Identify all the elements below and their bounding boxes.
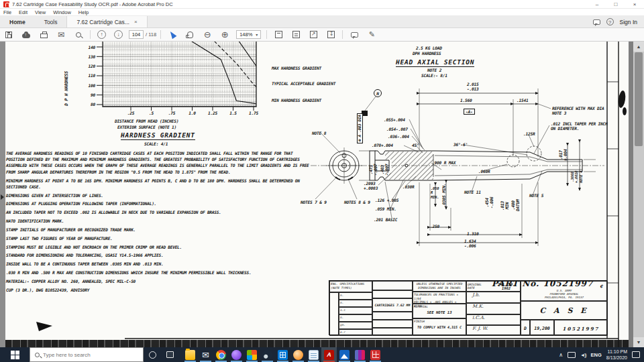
note-line: NATO IDENTIFICATION MARK. xyxy=(6,218,309,224)
scroll-up-arrow[interactable]: ▲ xyxy=(633,42,644,52)
chart-x-tick: .75 xyxy=(164,111,180,115)
action-center-icon[interactable] xyxy=(632,351,640,358)
signature: J.h. xyxy=(466,292,521,303)
language-indicator[interactable]: ENG xyxy=(591,352,602,358)
winrar-icon-glyph xyxy=(355,350,365,360)
network-display-icon[interactable] xyxy=(568,352,576,358)
tab-document[interactable]: 7.62 Cartridge Cas... × xyxy=(66,16,147,27)
feedback-bubble-icon[interactable] xyxy=(593,19,600,25)
note-line: MATERIAL:- COPP​ER ALLOY NO. 260, ANNEAL… xyxy=(6,278,309,284)
file-explorer-icon[interactable] xyxy=(182,347,198,362)
purple-app-icon[interactable] xyxy=(229,347,244,362)
clock[interactable]: 11:10 PM 8/13/2020 xyxy=(606,349,627,361)
dim-label: 36°-6' xyxy=(453,142,468,147)
tab-close-icon[interactable]: × xyxy=(134,19,138,25)
orange-globe-app-icon[interactable] xyxy=(290,347,306,362)
scroll-down-arrow[interactable]: ▼ xyxy=(633,337,644,347)
chart-series-min-hardness-gradient xyxy=(239,42,272,82)
scroll-mode-icon[interactable] xyxy=(274,30,283,40)
comment-tool-icon[interactable] xyxy=(350,30,359,40)
search-icon[interactable] xyxy=(74,30,83,40)
cent-mark: ¢ xyxy=(600,283,603,289)
fill-sign-pencil-icon[interactable]: ✎ xyxy=(367,30,376,40)
dim-label: .403-.007 xyxy=(380,164,390,176)
dwg-no-cell: 10521997 xyxy=(554,320,608,336)
dim-label: .400DATUM xyxy=(511,199,521,211)
menu-view[interactable]: View xyxy=(35,9,46,15)
upload-cloud-icon[interactable] xyxy=(21,30,31,40)
fullscreen-icon[interactable] xyxy=(309,30,318,40)
cortana-icon[interactable] xyxy=(149,351,156,359)
menu-file[interactable]: File xyxy=(3,9,11,15)
tab-home[interactable]: Home xyxy=(0,16,35,27)
dim-label: MIN HARDNESS GRADIENT xyxy=(272,98,321,103)
volume-icon[interactable]: ◄)) xyxy=(580,353,586,357)
chrome-icon-glyph xyxy=(216,350,226,360)
scan-artifact-band xyxy=(5,340,629,347)
taskbar-search[interactable] xyxy=(30,347,144,362)
acrobat-icon[interactable]: A xyxy=(321,347,337,362)
scrollbar-thumb[interactable] xyxy=(635,52,643,146)
dim-label: SCALE:- 8/1 xyxy=(421,73,447,78)
menu-edit[interactable]: Edit xyxy=(19,9,28,15)
toolbar: ✉ ↑ ↓ / 118 ⊖ ⊕ 148% ▾ ✎ xyxy=(0,28,644,42)
mail-icon[interactable]: ✉ xyxy=(198,347,213,362)
ms-colors-app-icon[interactable] xyxy=(244,347,260,362)
calculator-icon[interactable] xyxy=(275,347,290,362)
chart-x-tick: 1.25 xyxy=(205,111,221,115)
part-number: PART No. 10521997 xyxy=(492,279,616,288)
photos-icon[interactable] xyxy=(337,347,352,362)
title-bar: 7.62 Cartridge Case Feasability Study OC… xyxy=(0,0,644,9)
menu-help[interactable]: Help xyxy=(78,9,89,15)
previous-page-button[interactable]: ↑ xyxy=(97,30,106,39)
chart-y-tick: 110 xyxy=(79,73,95,78)
read-mode-icon[interactable] xyxy=(326,30,335,40)
dim-label: .055+.004 xyxy=(384,117,405,122)
chrome-icon[interactable] xyxy=(213,347,229,362)
clock-time: 11:10 PM xyxy=(606,349,627,355)
note-line: DIMENSIONS GIVEN AT INTERSECTION OF LINE… xyxy=(6,192,309,198)
notepad-icon[interactable] xyxy=(306,347,321,362)
close-button[interactable]: × xyxy=(625,0,644,9)
sign-in-button[interactable]: Sign In xyxy=(620,19,637,25)
file-explorer-icon-glyph xyxy=(185,350,195,360)
steam-icon[interactable] xyxy=(260,347,275,362)
next-page-button[interactable]: ↓ xyxy=(114,30,123,39)
minimize-button[interactable]: – xyxy=(588,0,606,9)
task-view-icon[interactable] xyxy=(166,351,174,358)
zoom-level-select[interactable]: 148% ▾ xyxy=(236,30,261,39)
red-cube-app-icon-glyph xyxy=(370,350,380,360)
note-line: DIMENSIONS AT PLUGGING OPERATION FOLLOWI… xyxy=(6,200,309,206)
zoom-in-icon[interactable]: ⊕ xyxy=(220,30,229,40)
dim-label: -A- xyxy=(464,109,475,115)
chart-y-tick: 130 xyxy=(79,54,95,59)
hand-tool-icon[interactable] xyxy=(185,30,195,40)
menu-window[interactable]: Window xyxy=(53,9,71,15)
tab-tools[interactable]: Tools xyxy=(35,16,67,27)
zoom-out-icon[interactable]: ⊖ xyxy=(203,30,212,40)
help-icon[interactable]: ? xyxy=(606,18,614,25)
start-button[interactable] xyxy=(0,347,30,362)
dim-label: .050RMIN. xyxy=(431,186,439,199)
print-icon[interactable] xyxy=(39,30,48,40)
chart-x-tick: .5 xyxy=(144,111,160,115)
dim-label: .2093+.0003 xyxy=(364,181,378,191)
drawing-title-cell: C A S E xyxy=(521,301,608,320)
tray-expand-icon[interactable]: ∧ xyxy=(559,352,563,358)
menu-bar: File Edit View Window Help xyxy=(0,9,644,16)
vertical-scrollbar[interactable]: ▲ ▼ xyxy=(633,42,644,347)
fit-page-icon[interactable] xyxy=(291,30,301,40)
dim-label: N xyxy=(374,89,382,97)
red-cube-app-icon[interactable] xyxy=(368,347,383,362)
page-number-input[interactable] xyxy=(129,30,144,39)
search-input[interactable] xyxy=(43,352,123,358)
dim-label: .0305 MIN. xyxy=(441,184,446,207)
winrar-icon[interactable] xyxy=(352,347,368,362)
select-tool-icon[interactable] xyxy=(168,30,177,40)
acrobat-window: 7.62 Cartridge Case Feasability Study OC… xyxy=(0,0,644,362)
dim-label: NOTE 8 xyxy=(312,131,326,135)
save-icon[interactable] xyxy=(4,30,13,40)
nav-pane-toggle[interactable] xyxy=(0,42,5,347)
dim-label: .250 xyxy=(430,224,439,229)
maximize-button[interactable]: □ xyxy=(606,0,625,9)
